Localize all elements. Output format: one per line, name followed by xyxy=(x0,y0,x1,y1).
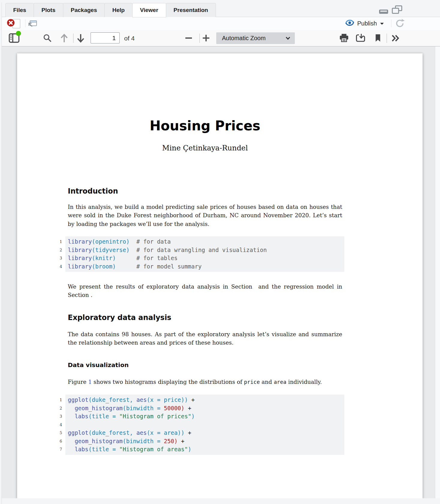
section-heading-eda: Exploratory data analysis xyxy=(68,313,342,322)
code-line: 6 geom_histogram(binwidth = 250) + xyxy=(65,437,344,446)
code-text: library(broom) # for model summary xyxy=(65,262,344,271)
text-token: (x = area)) xyxy=(147,429,184,436)
text-token: aes xyxy=(136,429,147,436)
viewer-toolbar: Publish xyxy=(2,17,440,30)
previous-page-button[interactable] xyxy=(60,33,68,44)
code-line: 5ggplot(duke_forest, aes(x = area)) + xyxy=(65,429,344,437)
line-number: 2 xyxy=(56,404,65,413)
text-token: library xyxy=(68,255,92,261)
section-heading-introduction: Introduction xyxy=(68,186,342,196)
text-token: area xyxy=(274,379,286,385)
code-line: 3library(knitr) # for tables xyxy=(65,254,344,262)
text-token xyxy=(68,446,75,452)
more-tools-button[interactable] xyxy=(391,34,400,43)
zoom-select[interactable]: Automatic Zoom xyxy=(216,32,295,44)
code-text: geom_histogram(binwidth = 50000) + xyxy=(65,404,344,413)
code-text xyxy=(65,421,344,429)
tab-label: Presentation xyxy=(174,7,208,13)
pdf-viewer-area: Housing Prices Mine Çetinkaya-Rundel Int… xyxy=(2,46,440,498)
text-token: + xyxy=(184,429,191,436)
next-page-button[interactable] xyxy=(76,33,85,44)
text-token: library xyxy=(68,263,92,270)
viewer-scrollbar[interactable] xyxy=(435,46,440,498)
text-token: and xyxy=(260,379,274,385)
current-view-bookmark-button[interactable] xyxy=(375,34,381,43)
text-token: (duke_forest, xyxy=(88,396,136,403)
search-icon xyxy=(43,38,52,43)
text-token: ) xyxy=(191,413,195,420)
tab-help[interactable]: Help xyxy=(104,3,132,17)
tab-label: Packages xyxy=(71,7,97,13)
text-token: # for data xyxy=(130,238,171,245)
zoom-out-button[interactable] xyxy=(185,34,193,43)
plus-icon xyxy=(202,38,210,43)
text-token: (binwidth = xyxy=(123,405,164,411)
text-token: + xyxy=(188,396,195,403)
notification-dot xyxy=(16,31,21,36)
tab-packages[interactable]: Packages xyxy=(63,3,105,17)
text-token: geom_histogram xyxy=(75,405,123,411)
subsection-heading-dataviz: Data visualization xyxy=(68,361,342,369)
tab-viewer[interactable]: Viewer xyxy=(132,3,166,17)
refresh-button[interactable] xyxy=(395,18,405,30)
code-line: 2 geom_histogram(binwidth = 50000) + xyxy=(65,404,344,413)
find-button[interactable] xyxy=(43,34,52,44)
minimize-pane-button[interactable] xyxy=(379,10,388,15)
code-line: 1ggplot(duke_forest, aes(x = price)) + xyxy=(65,396,344,404)
text-token: ) xyxy=(181,405,184,411)
sidebar-toggle-icon xyxy=(9,39,19,44)
text-token: library xyxy=(68,247,92,253)
toolbar-separator xyxy=(391,19,391,27)
line-number: 1 xyxy=(56,238,65,246)
open-in-new-window-button[interactable] xyxy=(28,19,37,29)
code-line: 7 labs(title = "Histogram of areas") xyxy=(65,445,344,454)
code-block-histograms: 1ggplot(duke_forest, aes(x = price)) +2 … xyxy=(65,395,344,455)
text-token: + xyxy=(184,405,191,411)
code-line: 3 labs(title = "Histogram of prices") xyxy=(65,412,344,421)
text-token: Figure xyxy=(68,379,88,385)
arrow-up-icon xyxy=(60,39,68,44)
code-text: labs(title = "Histogram of areas") xyxy=(65,445,344,454)
tab-files[interactable]: Files xyxy=(5,3,34,17)
zoom-select-value: Automatic Zoom xyxy=(216,35,286,42)
publish-label: Publish xyxy=(357,20,377,27)
publish-button[interactable]: Publish xyxy=(345,19,384,28)
text-token: geom_histogram xyxy=(75,438,123,444)
close-viewer-button[interactable] xyxy=(7,18,22,30)
text-token: # for model summary xyxy=(116,263,202,270)
code-text: library(openintro) # for data xyxy=(65,238,344,246)
paragraph-sections-reference: We present the results of exploratory da… xyxy=(68,283,342,300)
text-token: aes xyxy=(136,396,147,403)
page-number-input[interactable] xyxy=(91,32,120,43)
line-number: 3 xyxy=(56,254,65,262)
line-number: 1 xyxy=(56,396,65,404)
rstudio-viewer-pane: Files Plots Packages Help Viewer Present… xyxy=(0,0,440,504)
text-token: # for tables xyxy=(116,255,178,261)
code-line: 4library(broom) # for model summary xyxy=(65,262,344,271)
publish-dropdown-caret-icon[interactable] xyxy=(380,21,384,26)
publish-icon xyxy=(345,19,355,28)
line-number: 5 xyxy=(56,429,65,437)
figure-link[interactable]: 1 xyxy=(88,379,92,385)
print-button[interactable] xyxy=(339,34,349,44)
text-token xyxy=(68,405,75,411)
pdf-page: Housing Prices Mine Çetinkaya-Rundel Int… xyxy=(17,53,423,498)
text-token: individually. xyxy=(286,379,322,385)
text-token xyxy=(68,438,75,444)
text-token: (knitr) xyxy=(92,255,116,261)
popout-icon xyxy=(28,23,37,28)
tab-label: Files xyxy=(13,7,26,13)
text-token: (title = xyxy=(88,413,119,420)
tab-strip: Files Plots Packages Help Viewer Present… xyxy=(5,3,440,17)
printer-icon xyxy=(339,38,349,43)
download-icon xyxy=(356,38,365,43)
text-token: shows two histograms displaying the dist… xyxy=(92,379,244,385)
maximize-pane-button[interactable] xyxy=(392,5,403,16)
tab-presentation[interactable]: Presentation xyxy=(166,3,216,17)
code-text: ggplot(duke_forest, aes(x = area)) + xyxy=(65,429,344,437)
text-token: + xyxy=(178,438,184,444)
tab-plots[interactable]: Plots xyxy=(34,3,63,17)
zoom-in-button[interactable] xyxy=(202,34,210,43)
download-button[interactable] xyxy=(356,34,365,44)
text-token: (broom) xyxy=(92,263,116,270)
